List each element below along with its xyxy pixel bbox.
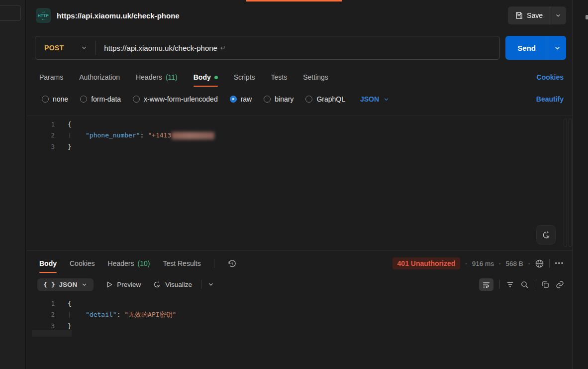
visualize-sparkle-icon: [153, 280, 161, 289]
code-line: 1 {: [27, 298, 572, 309]
arrow-left-icon: ↽: [42, 18, 45, 20]
sidebar-collapsed-item[interactable]: [0, 5, 21, 21]
radio-binary[interactable]: binary: [264, 95, 294, 103]
chevron-down-icon: [554, 44, 561, 52]
response-history-button[interactable]: [227, 259, 237, 268]
save-button[interactable]: Save: [508, 6, 550, 24]
cookies-link[interactable]: Cookies: [537, 73, 564, 81]
request-header: ⇀ HTTP ↽ https://api.xiaomu.uk/check-pho…: [36, 6, 566, 25]
response-format-selector[interactable]: { } JSON: [37, 278, 94, 291]
divider: [549, 259, 550, 268]
response-time[interactable]: 916 ms: [472, 260, 494, 267]
radio-graphql[interactable]: GraphQL: [305, 95, 345, 103]
response-tabs: Body Cookies Headers (10) Test Results 4…: [39, 254, 564, 273]
more-options-button[interactable]: •••: [555, 260, 564, 267]
status-code-badge[interactable]: 401 Unauthorized: [392, 257, 461, 269]
line-number: 2: [27, 311, 55, 318]
tab-scripts[interactable]: Scripts: [234, 69, 255, 86]
wrap-text-button[interactable]: [479, 278, 493, 291]
collapse-panel-icon[interactable]: [586, 15, 588, 19]
radio-icon: [80, 96, 87, 103]
save-icon: [515, 11, 523, 19]
copy-button[interactable]: [541, 280, 550, 289]
active-tab-underline: [194, 86, 218, 87]
http-request-icon: ⇀ HTTP ↽: [36, 8, 51, 23]
link-icon: [556, 280, 564, 289]
body-type-row: none form-data x-www-form-urlencoded raw…: [42, 93, 564, 106]
postman-app: ⇀ HTTP ↽ https://api.xiaomu.uk/check-pho…: [0, 0, 588, 369]
tab-headers[interactable]: Headers (11): [136, 69, 178, 86]
beautify-link[interactable]: Beautify: [536, 95, 564, 103]
radio-icon: [264, 96, 271, 103]
radio-urlencoded[interactable]: x-www-form-urlencoded: [133, 95, 218, 103]
request-response-divider[interactable]: [27, 250, 572, 251]
main-panel: ⇀ HTTP ↽ https://api.xiaomu.uk/check-pho…: [27, 0, 572, 369]
editor-line-highlight: [32, 330, 72, 337]
tab-params[interactable]: Params: [39, 69, 63, 86]
right-sidebar-rail: [572, 0, 588, 369]
line-number: 2: [27, 131, 55, 139]
response-status-group: 401 Unauthorized • 916 ms • 568 B • •••: [392, 257, 564, 269]
save-options-button[interactable]: [550, 6, 566, 24]
preview-button[interactable]: Preview: [105, 281, 141, 288]
indent-guide: [69, 312, 70, 318]
network-info-button[interactable]: [535, 259, 544, 268]
tab-settings[interactable]: Settings: [303, 69, 328, 86]
line-number: 3: [27, 322, 55, 330]
save-split-button: Save: [508, 6, 566, 24]
divider: [499, 280, 500, 289]
tab-tests[interactable]: Tests: [271, 69, 288, 86]
search-icon: [520, 280, 529, 289]
method-label: POST: [44, 44, 64, 52]
response-size[interactable]: 568 B: [506, 260, 523, 267]
raw-format-selector[interactable]: JSON: [360, 95, 390, 103]
tab-authorization[interactable]: Authorization: [79, 69, 120, 86]
search-button[interactable]: [520, 280, 529, 289]
radio-form-data[interactable]: form-data: [80, 95, 121, 103]
code-line: 3 }: [27, 141, 572, 152]
response-headers-count-badge: (10): [138, 259, 150, 267]
send-options-button[interactable]: [548, 36, 566, 60]
response-body-editor[interactable]: 1 { 2 "detail": "无效的API密钥" 3 }: [27, 296, 572, 341]
tab-body[interactable]: Body: [194, 69, 218, 86]
collapse-toolbar-button[interactable]: [207, 281, 214, 288]
radio-raw[interactable]: raw: [230, 95, 252, 103]
radio-none[interactable]: none: [42, 95, 68, 103]
body-modified-dot: [214, 76, 218, 79]
globe-icon: [535, 259, 544, 268]
chevron-down-icon: [81, 281, 88, 288]
headers-count-badge: (11): [166, 73, 178, 81]
chevron-down-icon: [383, 96, 390, 103]
chevron-down-icon: [555, 12, 562, 19]
panel-scrollbar[interactable]: [569, 119, 572, 247]
request-title: https://api.xiaomu.uk/check-phone: [57, 11, 180, 20]
request-body-editor[interactable]: 1 { 2 "phone_number": "+1413 3 }: [27, 116, 572, 250]
method-selector[interactable]: POST: [35, 44, 96, 52]
json-key: "phone_number": [86, 131, 140, 139]
line-number: 1: [27, 300, 55, 307]
visualize-button[interactable]: Visualize: [153, 280, 192, 289]
send-button[interactable]: Send: [505, 36, 548, 60]
divider: [96, 41, 96, 55]
tab-test-results[interactable]: Test Results: [163, 255, 200, 272]
divider: [201, 280, 201, 289]
separator-dot: •: [528, 261, 530, 266]
code-line: 2 "phone_number": "+1413: [27, 130, 572, 141]
copy-icon: [541, 280, 550, 289]
url-input[interactable]: https://api.xiaomu.uk/check-phone: [104, 44, 217, 52]
tab-response-headers[interactable]: Headers (10): [108, 255, 150, 272]
play-icon: [105, 281, 113, 288]
tab-response-cookies[interactable]: Cookies: [70, 255, 95, 272]
filter-button[interactable]: [506, 280, 514, 289]
separator-dot: •: [465, 261, 467, 266]
divider: [535, 280, 535, 289]
tab-response-body[interactable]: Body: [39, 255, 57, 272]
return-key-icon: ↵: [220, 44, 226, 52]
line-number: 1: [27, 121, 55, 128]
editor-scrollbar[interactable]: [564, 119, 567, 247]
link-button[interactable]: [556, 280, 564, 289]
json-value: "无效的API密钥": [124, 311, 176, 318]
postbot-button[interactable]: [536, 225, 556, 245]
request-bar: POST https://api.xiaomu.uk/check-phone ↵…: [35, 36, 566, 60]
json-value-visible: "+1413: [148, 131, 171, 139]
